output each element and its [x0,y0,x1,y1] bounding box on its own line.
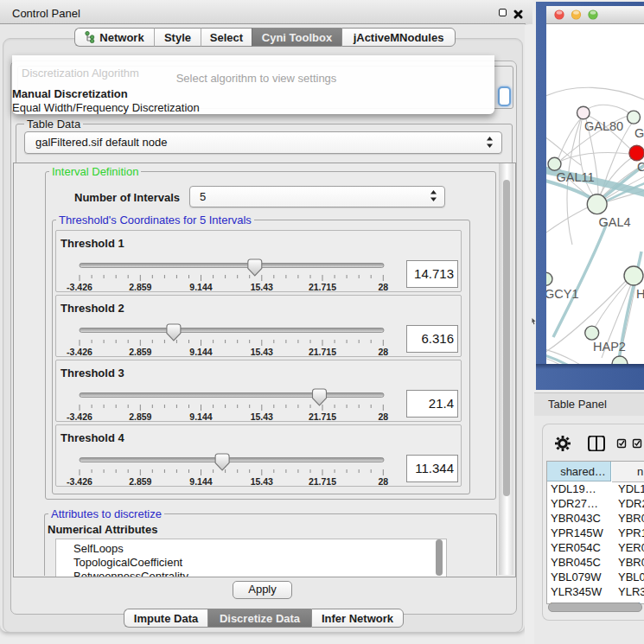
svg-text:GAL4: GAL4 [599,215,631,229]
svg-text:15.43: 15.43 [251,282,273,290]
svg-text:21.715: 21.715 [309,411,336,420]
svg-text:28: 28 [378,282,388,290]
svg-text:-3.426: -3.426 [67,347,92,355]
svg-text:21.715: 21.715 [309,282,336,290]
svg-text:9.144: 9.144 [189,411,212,420]
svg-text:-3.426: -3.426 [67,282,92,290]
svg-text:15.43: 15.43 [251,411,273,420]
svg-text:15.43: 15.43 [251,476,273,485]
svg-text:9.144: 9.144 [189,476,212,485]
svg-text:28: 28 [378,411,388,420]
svg-text:2.859: 2.859 [129,282,151,290]
svg-text:15.43: 15.43 [251,347,273,355]
svg-text:9.144: 9.144 [189,282,212,290]
svg-text:21.715: 21.715 [309,476,336,485]
svg-text:9.144: 9.144 [189,347,212,355]
svg-text:-3.426: -3.426 [67,411,92,420]
svg-text:GCY1: GCY1 [546,287,579,301]
svg-text:H: H [636,287,644,301]
svg-text:-3.426: -3.426 [67,476,92,485]
svg-text:28: 28 [378,347,388,355]
svg-text:GAL7: GAL7 [634,126,644,140]
svg-text:2.859: 2.859 [129,476,151,485]
svg-text:GAL11: GAL11 [557,170,595,184]
svg-text:2.859: 2.859 [129,347,151,355]
svg-text:28: 28 [378,476,388,485]
svg-text:2.859: 2.859 [129,411,151,420]
svg-text:C: C [637,160,644,174]
svg-text:HAP2: HAP2 [593,340,626,354]
svg-text:21.715: 21.715 [309,347,336,355]
svg-text:GAL80: GAL80 [584,119,623,133]
